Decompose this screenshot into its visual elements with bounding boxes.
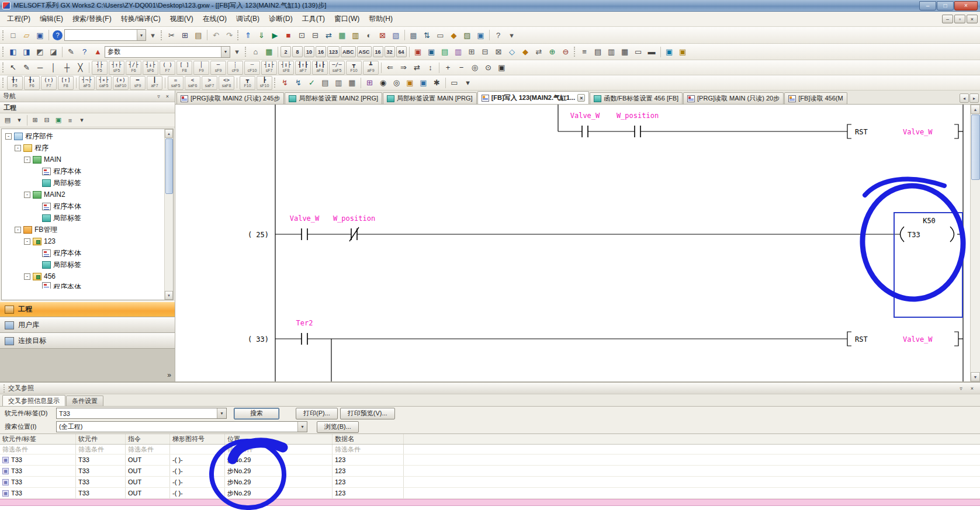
cut-button[interactable]: ✂	[165, 29, 178, 41]
read-from-plc-button[interactable]: ⇓	[255, 29, 268, 41]
toolbar-icon[interactable]: ▣	[663, 46, 676, 58]
menu-item[interactable]: 调试(B)	[231, 12, 264, 26]
tree-item[interactable]: 局部标签	[2, 177, 173, 189]
toolbar-icon[interactable]: ⇄	[532, 46, 546, 58]
toolbar-icon[interactable]: ▧	[389, 29, 403, 41]
toolbar-icon[interactable]: ⊠	[492, 46, 505, 58]
chevron-down-icon[interactable]: ▾	[297, 422, 307, 432]
table-cell[interactable]: ▦T33	[0, 488, 76, 498]
table-cell[interactable]: 123	[333, 466, 404, 476]
swap-button[interactable]: ⇄	[410, 61, 424, 74]
compare-lt-button[interactable]: <saF6	[185, 76, 200, 90]
toolbar-icon[interactable]: ◆	[447, 29, 460, 41]
pulse-closed-button[interactable]: ╂↓F6	[24, 76, 40, 90]
display-64bit-button[interactable]: 64	[396, 46, 407, 57]
chevron-down-icon[interactable]: ▾	[76, 115, 88, 126]
open-contact-button[interactable]: ┤├F5	[92, 61, 108, 75]
nav-button-connection-destination[interactable]: 连接目标	[0, 333, 175, 349]
table-cell[interactable]: ▦T33	[0, 455, 76, 465]
chevron-down-icon[interactable]: ▾	[221, 47, 230, 57]
zoom-in-button[interactable]: +	[441, 61, 455, 74]
nav-tool-icon[interactable]: ⊟	[41, 115, 53, 126]
toolbar-icon[interactable]: ▣	[676, 46, 690, 58]
tree-scrollbar[interactable]: ▲ ▼	[164, 129, 173, 300]
toolbar-icon[interactable]: ▦	[618, 46, 632, 58]
toolbar-icon[interactable]: ⊡	[295, 29, 309, 41]
table-cell[interactable]: 123	[333, 488, 404, 498]
tab-item[interactable]: [FB]读取 456(M	[784, 92, 847, 104]
print-preview-button[interactable]: 打印预览(V)...	[340, 408, 395, 419]
statement-button[interactable]: ▥	[332, 77, 345, 89]
expander-icon[interactable]: -	[24, 273, 30, 280]
vertical-line-button[interactable]: │F9	[193, 61, 209, 75]
expander-icon[interactable]: -	[15, 145, 21, 151]
table-cell[interactable]: OUT	[126, 466, 170, 476]
toolbar-icon[interactable]: ⊞	[465, 46, 479, 58]
expander-icon[interactable]: -	[24, 157, 30, 163]
tree-item[interactable]: 程序本体	[2, 247, 173, 259]
toolbar-icon[interactable]: ▭	[434, 29, 447, 41]
close-button[interactable]: ×	[954, 1, 978, 11]
convert-button[interactable]: ↯	[278, 77, 292, 89]
table-cell[interactable]: T33	[76, 488, 126, 498]
compare-ne-button[interactable]: <>saF8	[219, 76, 234, 90]
undo-button[interactable]: ↶	[209, 29, 223, 41]
nav-button-project[interactable]: 工程	[0, 301, 175, 317]
scroll-thumb[interactable]	[165, 138, 173, 194]
expander-icon[interactable]: -	[5, 133, 12, 140]
draw-hline-button[interactable]: ─	[33, 61, 47, 74]
closed-contact-button[interactable]: ┤/├F6	[126, 61, 141, 75]
convert-all-button[interactable]: ↯	[292, 77, 305, 89]
new-button[interactable]: □	[6, 29, 20, 41]
toolbar-icon[interactable]: ◨	[20, 46, 33, 58]
toolbar-icon[interactable]: ▣	[425, 46, 438, 58]
toolbar-icon[interactable]: ▭	[632, 46, 645, 58]
toolbar-icon[interactable]: ◆	[519, 46, 532, 58]
table-cell[interactable]: 123	[333, 455, 404, 465]
expander-icon[interactable]: -	[24, 238, 30, 245]
toolbar-icon[interactable]: ▣	[474, 29, 487, 41]
caf5-button[interactable]: ┤∗├caF5	[96, 76, 112, 90]
write-to-plc-button[interactable]: ⇑	[241, 29, 255, 41]
ladder-selection-rect[interactable]	[894, 213, 962, 317]
zoom-button[interactable]: ◎	[468, 61, 482, 74]
pin-icon[interactable]: ▿	[957, 384, 965, 393]
help-button[interactable]: ?	[53, 30, 63, 40]
toolbar-icon[interactable]: ▤	[438, 46, 452, 58]
instruction-button[interactable]: [ ]F8	[176, 61, 192, 75]
caf10-button[interactable]: (∗)caF10	[113, 76, 129, 90]
combo-menu-button[interactable]: ▾	[146, 29, 160, 41]
chevron-down-icon[interactable]: ▾	[217, 408, 226, 418]
jump-next-button[interactable]: ⇒	[397, 61, 410, 74]
menu-item[interactable]: 窗口(W)	[330, 12, 364, 26]
toolbar-icon[interactable]: ▦	[262, 46, 276, 58]
updown-button[interactable]: ↕	[424, 61, 437, 74]
tab-crossref-info[interactable]: 交叉参照信息显示	[2, 395, 65, 406]
table-cell[interactable]: 123	[333, 477, 404, 487]
tree-item[interactable]: 程序本体	[2, 200, 173, 212]
menu-item[interactable]: 转换/编译(C)	[116, 12, 165, 26]
help-menu-button[interactable]: ?	[491, 29, 505, 41]
branch-button[interactable]: ┳F10	[240, 76, 255, 90]
close-icon[interactable]: ×	[968, 384, 976, 393]
nav-tool-icon[interactable]: ⊞	[29, 115, 41, 126]
chevron-icon[interactable]: »	[167, 371, 171, 379]
display-32bit-button[interactable]: 32	[385, 46, 395, 57]
close-icon[interactable]: ×	[577, 94, 585, 102]
jump-prev-button[interactable]: ⇐	[383, 61, 397, 74]
tree-item[interactable]: 局部标签	[2, 259, 173, 270]
table-cell[interactable]: ▦T33	[0, 466, 76, 476]
table-cell[interactable]: OUT	[126, 455, 170, 465]
sf9-line-button[interactable]: ━sF9	[130, 76, 146, 90]
expander-icon[interactable]: -	[24, 192, 30, 198]
toolbar-icon[interactable]: ⊠	[376, 29, 389, 41]
parameter-combo-drop[interactable]: ▾	[230, 46, 244, 58]
table-cell[interactable]: 步No.29	[225, 477, 333, 487]
open-button[interactable]: ▱	[20, 29, 33, 41]
table-cell[interactable]: 步No.29	[225, 488, 333, 498]
help-icon[interactable]: ?	[78, 46, 91, 58]
toolbar-icon[interactable]: ⊖	[559, 46, 573, 58]
table-cell[interactable]: 步No.29	[225, 455, 333, 465]
redo-button[interactable]: ↷	[223, 29, 236, 41]
window-combo[interactable]: ▾	[64, 29, 146, 41]
